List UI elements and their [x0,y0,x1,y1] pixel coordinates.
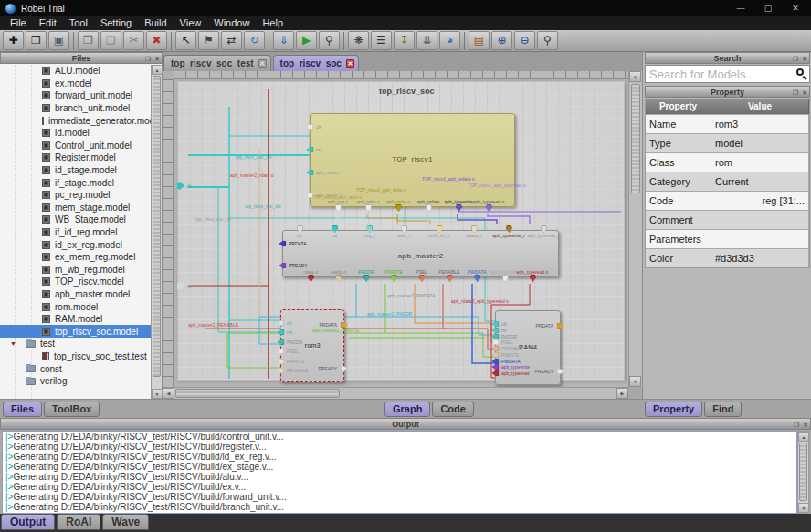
new-model-button[interactable]: ✚ [3,31,24,50]
scrollbar-thumb[interactable] [153,76,161,377]
property-value-cell[interactable]: rom [711,152,809,172]
scroll-left-icon[interactable]: ◀ [163,388,174,399]
tree-item-alu-model[interactable]: ALU.model [0,65,151,78]
tree-item-rom-model[interactable]: rom.model [0,300,151,313]
scroll-down-icon[interactable]: ▼ [152,389,163,399]
scroll-up-icon[interactable]: ▲ [798,432,809,442]
expand-arrow-icon[interactable]: ▼ [10,340,16,347]
tree-item-immediate_generator-model[interactable]: immediate_generator.model [0,114,151,127]
property-value-cell[interactable] [711,210,809,229]
float-icon[interactable]: ❐ [794,422,799,428]
block-rom3[interactable]: rom3clkrstPADDRPSELPWRITEPENABLEPRDATAPR… [280,309,344,382]
tree-item-branch_unit-model[interactable]: branch_unit.model [0,102,151,115]
import-button[interactable]: ⇓ [273,31,294,50]
open-button[interactable]: ❒ [26,31,47,50]
canvas-vscrollbar[interactable]: ▲ ▼ [628,71,642,387]
scrollbar-thumb[interactable] [631,84,640,193]
property-value-cell[interactable] [711,229,809,248]
column-header-value[interactable]: Value [711,99,809,114]
output-panel-header[interactable]: Output ❐✕ [0,418,811,430]
float-icon[interactable]: ❐ [793,89,798,96]
files-scrollbar[interactable]: ▲ ▼ [151,65,162,399]
export-package-button[interactable]: ↧ [394,31,415,50]
property-value-cell[interactable]: reg [31:... [711,191,809,210]
tab-close-icon[interactable]: ✕ [346,59,354,68]
dtab-find[interactable]: Find [704,402,742,417]
dtab-graph[interactable]: Graph [384,402,430,417]
menu-tool[interactable]: Tool [63,16,94,30]
float-icon[interactable]: ❐ [793,56,798,62]
dtab-files[interactable]: Files [3,402,42,417]
tree-item-pc_reg-model[interactable]: pc_reg.model [0,189,151,202]
block-ram4[interactable]: RAM4clkrstPADDRPSELPENABLEPWRITEPWDATAap… [495,310,561,385]
tree-item-forward_unit-model[interactable]: forward_unit.model [0,89,151,102]
dtab-code[interactable]: Code [432,402,474,417]
sync-button[interactable]: ↻ [244,31,265,50]
tree-item-ram-model[interactable]: RAM.model [0,313,151,326]
tree-item-register-model[interactable]: Register.model [0,151,151,164]
tree-item-id-model[interactable]: id.model [0,127,151,140]
library-button[interactable]: ❋ [348,31,369,50]
menu-help[interactable]: Help [256,16,290,30]
menu-build[interactable]: Build [138,16,173,30]
block-top_riscv1[interactable]: TOP_riscv1clkrstapb_rdata_iapb_ready_iap… [310,113,515,207]
tab-top_riscv_soc_test[interactable]: top_riscv_soc_test✕ [163,55,271,71]
tab-close-icon[interactable]: ✕ [258,59,267,68]
zoom-fit-button[interactable]: ⚲ [537,31,558,50]
bottom-tab-wave[interactable]: Wave [102,514,149,530]
scroll-down-icon[interactable]: ▼ [798,503,809,513]
bottom-tab-output[interactable]: Output [1,514,55,530]
minimize-button[interactable]: — [727,0,754,16]
property-value-cell[interactable]: Current [711,172,809,191]
tree-item-top_riscv_soc_test-test[interactable]: top_riscv_soc_test.test [0,350,151,363]
tree-item-m_wb_reg-model[interactable]: m_wb_reg.model [0,264,151,276]
zoom-out-button[interactable]: ⊖ [514,31,535,50]
scroll-up-icon[interactable]: ▲ [152,65,163,75]
tree-item-test[interactable]: ▼test [0,338,151,350]
scrollbar-thumb[interactable] [799,443,807,501]
menu-setting[interactable]: Setting [94,16,138,30]
tree-item-mem_stage-model[interactable]: mem_stage.model [0,202,151,214]
output-scrollbar[interactable]: ▲ ▼ [797,431,809,514]
tree-item-if_stage-model[interactable]: if_stage.model [0,176,151,189]
bottom-tab-roai[interactable]: RoAI [57,514,100,530]
column-header-property[interactable]: Property [646,99,711,114]
output-console[interactable]: |>Generating D:/EDA/blinky/RISCV_test/RI… [2,431,797,514]
tab-top_riscv_soc[interactable]: top_riscv_soc✕ [273,55,359,71]
tree-item-verilog[interactable]: verilog [0,375,151,388]
tree-item-wb_stage-model[interactable]: WB_Stage.model [0,214,151,226]
tree-item-ex_mem_reg-model[interactable]: ex_mem_reg.model [0,251,151,264]
close-icon[interactable]: ✕ [803,422,808,428]
tree-item-ex-model[interactable]: ex.model [0,78,151,90]
scroll-down-icon[interactable]: ▼ [629,376,641,387]
dtab-property[interactable]: Property [645,402,702,417]
property-value-cell[interactable]: rom3 [711,114,809,133]
preview-button[interactable]: ⚲ [319,31,340,50]
import-package-button[interactable]: ⇊ [416,31,437,50]
float-icon[interactable]: ❐ [145,56,151,62]
settings-sliders-button[interactable]: ☰ [371,31,392,50]
tree-item-control_unit-model[interactable]: Control_unit.model [0,140,151,152]
pin-button[interactable]: ⚑ [198,31,219,50]
paste-button[interactable]: ❑ [100,31,121,50]
canvas-hscrollbar[interactable]: ◀ ▶ [163,387,628,399]
copy-button[interactable]: ❐ [78,31,99,50]
delete-button[interactable]: ✖ [146,31,167,50]
close-icon[interactable]: ✕ [802,56,807,62]
close-icon[interactable]: ✕ [802,89,807,96]
property-value-cell[interactable]: #d3d3d3 [711,248,809,267]
menu-file[interactable]: File [4,16,33,30]
close-icon[interactable]: ✕ [154,56,160,62]
schematic-canvas[interactable]: top_riscv_soc TOP_riscv1clkrstapb_rdata_… [174,79,628,387]
tree-item-top_riscv_soc-model[interactable]: top_riscv_soc.model [0,325,151,338]
menu-view[interactable]: View [174,16,208,30]
scroll-up-icon[interactable]: ▲ [629,71,641,82]
dtab-toolbox[interactable]: ToolBox [44,402,100,417]
tree-item-top_riscv-model[interactable]: TOP_riscv.model [0,276,151,288]
search-panel-header[interactable]: Search ❐✕ [645,52,810,64]
run-button[interactable]: ▶ [296,31,317,50]
scroll-right-icon[interactable]: ▶ [616,388,628,399]
block-apb_master2[interactable]: apb_master2PRDATAPREADYclkrstreq_iaddr_i… [282,230,559,277]
scrollbar-thumb[interactable] [175,389,340,398]
zoom-in-button[interactable]: ⊕ [491,31,512,50]
